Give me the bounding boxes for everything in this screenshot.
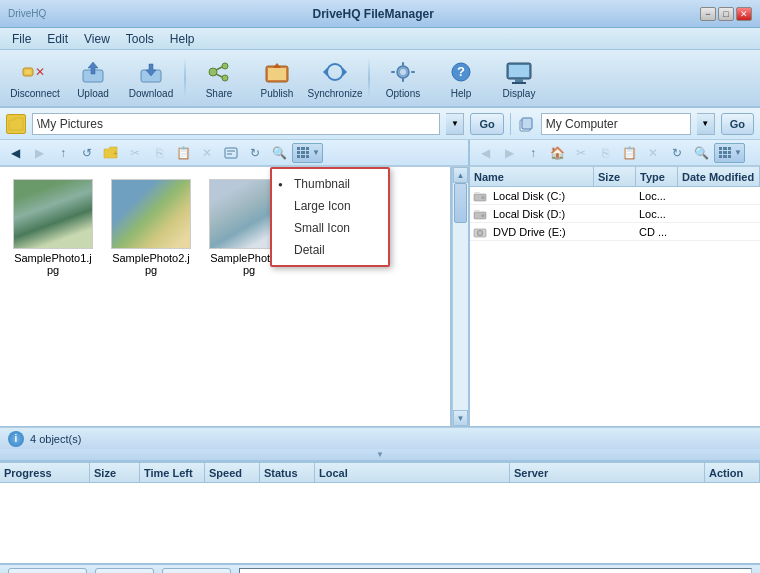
publish-button[interactable]: Publish xyxy=(250,53,304,103)
left-address-dropdown[interactable]: ▼ xyxy=(446,113,464,135)
col-header-name[interactable]: Name xyxy=(470,167,594,186)
thumbnail-photo1 xyxy=(13,179,93,249)
right-nav-copy[interactable]: ⎘ xyxy=(594,143,616,163)
thumbnail-photo2 xyxy=(111,179,191,249)
svg-rect-27 xyxy=(515,79,523,82)
help-button[interactable]: ? Help xyxy=(434,53,488,103)
menu-file[interactable]: File xyxy=(4,30,39,48)
panel-scroll-indicator: ▼ xyxy=(0,449,760,461)
right-nav-up[interactable]: ↑ xyxy=(522,143,544,163)
col-header-type[interactable]: Type xyxy=(636,167,678,186)
svg-text:+: + xyxy=(113,149,118,158)
toolbar-separator-1 xyxy=(184,58,186,98)
right-nav-refresh[interactable]: ↻ xyxy=(666,143,688,163)
view-toggle-button[interactable]: ▼ xyxy=(292,143,323,163)
resume-button[interactable]: ▶ Resume xyxy=(8,568,87,573)
nav-refresh-button[interactable]: ↺ xyxy=(76,143,98,163)
left-nav-toolbar: ◀ ▶ ↑ ↺ + ✂ ⎘ 📋 ✕ ↻ 🔍 ▼ xyxy=(0,140,468,166)
transfer-col-progress: Progress xyxy=(0,463,90,482)
drive-c-icon xyxy=(472,189,488,203)
col-header-date[interactable]: Date Modified xyxy=(678,167,760,186)
svg-rect-19 xyxy=(402,62,404,66)
drive-d-size xyxy=(594,213,636,215)
help-icon: ? xyxy=(445,58,477,86)
nav-rename-button[interactable] xyxy=(220,143,242,163)
svg-rect-37 xyxy=(474,192,480,194)
right-view-toggle[interactable]: ▼ xyxy=(714,143,745,163)
right-nav-search[interactable]: 🔍 xyxy=(690,143,712,163)
nav-up-button[interactable]: ↑ xyxy=(52,143,74,163)
nav-back-button[interactable]: ◀ xyxy=(4,143,26,163)
scroll-thumb-area[interactable] xyxy=(453,183,468,410)
nav-forward-button[interactable]: ▶ xyxy=(28,143,50,163)
dropdown-detail[interactable]: Detail xyxy=(272,239,388,261)
svg-marker-16 xyxy=(323,68,327,76)
nav-new-folder-button[interactable]: + xyxy=(100,143,122,163)
right-nav-cut[interactable]: ✂ xyxy=(570,143,592,163)
scroll-up-button[interactable]: ▲ xyxy=(453,167,468,183)
share-button[interactable]: Share xyxy=(192,53,246,103)
right-address-input[interactable] xyxy=(541,113,691,135)
right-nav-back[interactable]: ◀ xyxy=(474,143,496,163)
left-pane-wrapper: SamplePhoto1.jpg SamplePhoto2.jpg Sample… xyxy=(0,167,468,426)
options-icon xyxy=(387,58,419,86)
dropdown-thumbnail[interactable]: Thumbnail xyxy=(272,173,388,195)
view-toggle-container: ▼ xyxy=(292,143,323,163)
nav-copy-button[interactable]: ⎘ xyxy=(148,143,170,163)
right-nav-paste[interactable]: 📋 xyxy=(618,143,640,163)
close-button[interactable]: ✕ xyxy=(736,7,752,21)
svg-point-39 xyxy=(482,214,485,217)
options-label: Options xyxy=(386,88,420,99)
delete-button[interactable]: ✕ Delete xyxy=(162,568,232,573)
filename-1: SamplePhoto1.jpg xyxy=(12,252,94,276)
minimize-button[interactable]: − xyxy=(700,7,716,21)
options-button[interactable]: Options xyxy=(376,53,430,103)
list-item[interactable]: Local Disk (D:) Loc... xyxy=(470,205,760,223)
svg-rect-28 xyxy=(512,82,526,84)
maximize-button[interactable]: □ xyxy=(718,7,734,21)
upload-button[interactable]: Upload xyxy=(66,53,120,103)
right-nav-forward[interactable]: ▶ xyxy=(498,143,520,163)
transfer-col-size: Size xyxy=(90,463,140,482)
right-address-dropdown[interactable]: ▼ xyxy=(697,113,715,135)
scroll-thumb[interactable] xyxy=(454,183,467,223)
col-header-size[interactable]: Size xyxy=(594,167,636,186)
right-go-button[interactable]: Go xyxy=(721,113,754,135)
status-bar: i 4 object(s) xyxy=(0,427,760,449)
list-item[interactable]: DVD Drive (E:) CD ... xyxy=(470,223,760,241)
nav-delete-button[interactable]: ✕ xyxy=(196,143,218,163)
nav-refresh2-button[interactable]: ↻ xyxy=(244,143,266,163)
nav-paste-button[interactable]: 📋 xyxy=(172,143,194,163)
disconnect-button[interactable]: ✕ Disconnect xyxy=(8,53,62,103)
left-scrollbar[interactable]: ▲ ▼ xyxy=(452,167,468,426)
drive-c-date xyxy=(678,195,760,197)
right-nav-delete[interactable]: ✕ xyxy=(642,143,664,163)
dropdown-small-icon[interactable]: Small Icon xyxy=(272,217,388,239)
upload-icon xyxy=(77,58,109,86)
upload-label: Upload xyxy=(77,88,109,99)
nav-cut-button[interactable]: ✂ xyxy=(124,143,146,163)
view-dropdown-menu: Thumbnail Large Icon Small Icon Detail xyxy=(270,167,390,267)
download-label: Download xyxy=(129,88,173,99)
list-item[interactable]: SamplePhoto2.jpg xyxy=(106,175,196,280)
menu-tools[interactable]: Tools xyxy=(118,30,162,48)
share-label: Share xyxy=(206,88,233,99)
nav-search-button[interactable]: 🔍 xyxy=(268,143,290,163)
right-nav-home[interactable]: 🏠 xyxy=(546,143,568,163)
left-go-button[interactable]: Go xyxy=(470,113,503,135)
drive-e-date xyxy=(678,231,760,233)
display-button[interactable]: Display xyxy=(492,53,546,103)
scroll-down-button[interactable]: ▼ xyxy=(453,410,468,426)
synchronize-button[interactable]: Synchronize xyxy=(308,53,362,103)
transfer-header: Progress Size Time Left Speed Status Loc… xyxy=(0,463,760,483)
download-button[interactable]: Download xyxy=(124,53,178,103)
list-item[interactable]: Local Disk (C:) Loc... xyxy=(470,187,760,205)
list-item[interactable]: SamplePhoto1.jpg xyxy=(8,175,98,280)
menu-help[interactable]: Help xyxy=(162,30,203,48)
dropdown-large-icon[interactable]: Large Icon xyxy=(272,195,388,217)
menu-view[interactable]: View xyxy=(76,30,118,48)
menu-edit[interactable]: Edit xyxy=(39,30,76,48)
svg-rect-30 xyxy=(522,118,532,129)
left-address-input[interactable] xyxy=(32,113,440,135)
stop-button[interactable]: ■ Stop xyxy=(95,568,154,573)
